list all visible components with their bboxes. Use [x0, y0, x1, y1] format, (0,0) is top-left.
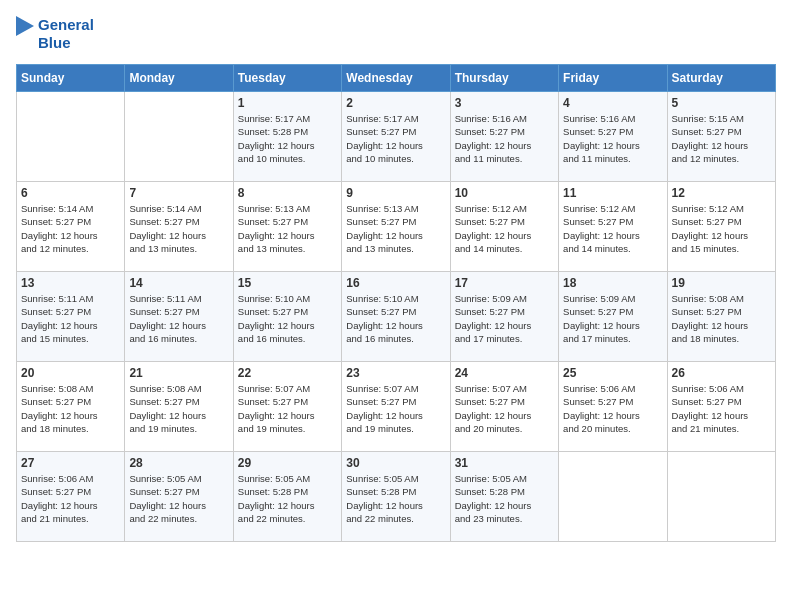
calendar-cell: 25Sunrise: 5:06 AMSunset: 5:27 PMDayligh… — [559, 362, 667, 452]
header-sunday: Sunday — [17, 65, 125, 92]
day-number: 18 — [563, 276, 662, 290]
day-number: 27 — [21, 456, 120, 470]
header-thursday: Thursday — [450, 65, 558, 92]
calendar-cell: 12Sunrise: 5:12 AMSunset: 5:27 PMDayligh… — [667, 182, 775, 272]
calendar-cell: 23Sunrise: 5:07 AMSunset: 5:27 PMDayligh… — [342, 362, 450, 452]
calendar-cell — [559, 452, 667, 542]
calendar-week-row: 1Sunrise: 5:17 AMSunset: 5:28 PMDaylight… — [17, 92, 776, 182]
logo-line1: General — [38, 16, 94, 34]
cell-details: Sunrise: 5:06 AMSunset: 5:27 PMDaylight:… — [21, 472, 120, 525]
day-number: 26 — [672, 366, 771, 380]
cell-details: Sunrise: 5:05 AMSunset: 5:28 PMDaylight:… — [346, 472, 445, 525]
logo-line2: Blue — [38, 34, 94, 52]
header-saturday: Saturday — [667, 65, 775, 92]
cell-details: Sunrise: 5:07 AMSunset: 5:27 PMDaylight:… — [346, 382, 445, 435]
day-number: 17 — [455, 276, 554, 290]
calendar-cell: 5Sunrise: 5:15 AMSunset: 5:27 PMDaylight… — [667, 92, 775, 182]
logo-triangle-icon — [16, 16, 34, 52]
calendar-cell: 3Sunrise: 5:16 AMSunset: 5:27 PMDaylight… — [450, 92, 558, 182]
day-number: 4 — [563, 96, 662, 110]
cell-details: Sunrise: 5:06 AMSunset: 5:27 PMDaylight:… — [672, 382, 771, 435]
day-number: 21 — [129, 366, 228, 380]
cell-details: Sunrise: 5:13 AMSunset: 5:27 PMDaylight:… — [346, 202, 445, 255]
cell-details: Sunrise: 5:05 AMSunset: 5:28 PMDaylight:… — [238, 472, 337, 525]
cell-details: Sunrise: 5:12 AMSunset: 5:27 PMDaylight:… — [455, 202, 554, 255]
cell-details: Sunrise: 5:07 AMSunset: 5:27 PMDaylight:… — [238, 382, 337, 435]
calendar-cell: 31Sunrise: 5:05 AMSunset: 5:28 PMDayligh… — [450, 452, 558, 542]
day-number: 2 — [346, 96, 445, 110]
page-header: General Blue — [16, 16, 776, 52]
calendar-cell: 11Sunrise: 5:12 AMSunset: 5:27 PMDayligh… — [559, 182, 667, 272]
calendar-cell: 10Sunrise: 5:12 AMSunset: 5:27 PMDayligh… — [450, 182, 558, 272]
calendar-cell — [17, 92, 125, 182]
cell-details: Sunrise: 5:11 AMSunset: 5:27 PMDaylight:… — [129, 292, 228, 345]
day-number: 23 — [346, 366, 445, 380]
header-friday: Friday — [559, 65, 667, 92]
day-number: 1 — [238, 96, 337, 110]
calendar-cell: 29Sunrise: 5:05 AMSunset: 5:28 PMDayligh… — [233, 452, 341, 542]
cell-details: Sunrise: 5:11 AMSunset: 5:27 PMDaylight:… — [21, 292, 120, 345]
calendar-week-row: 6Sunrise: 5:14 AMSunset: 5:27 PMDaylight… — [17, 182, 776, 272]
cell-details: Sunrise: 5:15 AMSunset: 5:27 PMDaylight:… — [672, 112, 771, 165]
day-number: 28 — [129, 456, 228, 470]
calendar-cell: 28Sunrise: 5:05 AMSunset: 5:27 PMDayligh… — [125, 452, 233, 542]
calendar-cell: 9Sunrise: 5:13 AMSunset: 5:27 PMDaylight… — [342, 182, 450, 272]
cell-details: Sunrise: 5:08 AMSunset: 5:27 PMDaylight:… — [21, 382, 120, 435]
calendar-cell: 21Sunrise: 5:08 AMSunset: 5:27 PMDayligh… — [125, 362, 233, 452]
day-number: 10 — [455, 186, 554, 200]
calendar-week-row: 13Sunrise: 5:11 AMSunset: 5:27 PMDayligh… — [17, 272, 776, 362]
calendar-cell: 2Sunrise: 5:17 AMSunset: 5:27 PMDaylight… — [342, 92, 450, 182]
calendar-week-row: 27Sunrise: 5:06 AMSunset: 5:27 PMDayligh… — [17, 452, 776, 542]
cell-details: Sunrise: 5:14 AMSunset: 5:27 PMDaylight:… — [21, 202, 120, 255]
calendar-cell: 6Sunrise: 5:14 AMSunset: 5:27 PMDaylight… — [17, 182, 125, 272]
header-tuesday: Tuesday — [233, 65, 341, 92]
cell-details: Sunrise: 5:10 AMSunset: 5:27 PMDaylight:… — [238, 292, 337, 345]
calendar-cell — [667, 452, 775, 542]
day-number: 8 — [238, 186, 337, 200]
calendar-cell: 27Sunrise: 5:06 AMSunset: 5:27 PMDayligh… — [17, 452, 125, 542]
day-number: 12 — [672, 186, 771, 200]
cell-details: Sunrise: 5:14 AMSunset: 5:27 PMDaylight:… — [129, 202, 228, 255]
calendar-cell: 15Sunrise: 5:10 AMSunset: 5:27 PMDayligh… — [233, 272, 341, 362]
cell-details: Sunrise: 5:12 AMSunset: 5:27 PMDaylight:… — [563, 202, 662, 255]
day-number: 5 — [672, 96, 771, 110]
calendar-cell: 22Sunrise: 5:07 AMSunset: 5:27 PMDayligh… — [233, 362, 341, 452]
logo-text: General Blue — [38, 16, 94, 52]
cell-details: Sunrise: 5:12 AMSunset: 5:27 PMDaylight:… — [672, 202, 771, 255]
calendar-cell: 17Sunrise: 5:09 AMSunset: 5:27 PMDayligh… — [450, 272, 558, 362]
calendar-cell — [125, 92, 233, 182]
day-number: 14 — [129, 276, 228, 290]
cell-details: Sunrise: 5:17 AMSunset: 5:27 PMDaylight:… — [346, 112, 445, 165]
cell-details: Sunrise: 5:16 AMSunset: 5:27 PMDaylight:… — [455, 112, 554, 165]
calendar-cell: 26Sunrise: 5:06 AMSunset: 5:27 PMDayligh… — [667, 362, 775, 452]
cell-details: Sunrise: 5:06 AMSunset: 5:27 PMDaylight:… — [563, 382, 662, 435]
calendar-cell: 19Sunrise: 5:08 AMSunset: 5:27 PMDayligh… — [667, 272, 775, 362]
day-number: 31 — [455, 456, 554, 470]
calendar-cell: 13Sunrise: 5:11 AMSunset: 5:27 PMDayligh… — [17, 272, 125, 362]
cell-details: Sunrise: 5:13 AMSunset: 5:27 PMDaylight:… — [238, 202, 337, 255]
svg-marker-0 — [16, 16, 34, 36]
calendar-cell: 16Sunrise: 5:10 AMSunset: 5:27 PMDayligh… — [342, 272, 450, 362]
header-wednesday: Wednesday — [342, 65, 450, 92]
day-number: 20 — [21, 366, 120, 380]
day-number: 15 — [238, 276, 337, 290]
calendar-cell: 8Sunrise: 5:13 AMSunset: 5:27 PMDaylight… — [233, 182, 341, 272]
day-number: 19 — [672, 276, 771, 290]
day-number: 24 — [455, 366, 554, 380]
cell-details: Sunrise: 5:07 AMSunset: 5:27 PMDaylight:… — [455, 382, 554, 435]
day-number: 9 — [346, 186, 445, 200]
day-number: 11 — [563, 186, 662, 200]
day-number: 7 — [129, 186, 228, 200]
logo: General Blue — [16, 16, 94, 52]
cell-details: Sunrise: 5:17 AMSunset: 5:28 PMDaylight:… — [238, 112, 337, 165]
cell-details: Sunrise: 5:10 AMSunset: 5:27 PMDaylight:… — [346, 292, 445, 345]
day-number: 30 — [346, 456, 445, 470]
calendar-cell: 14Sunrise: 5:11 AMSunset: 5:27 PMDayligh… — [125, 272, 233, 362]
day-number: 29 — [238, 456, 337, 470]
calendar-cell: 7Sunrise: 5:14 AMSunset: 5:27 PMDaylight… — [125, 182, 233, 272]
header-monday: Monday — [125, 65, 233, 92]
calendar-header-row: SundayMondayTuesdayWednesdayThursdayFrid… — [17, 65, 776, 92]
day-number: 13 — [21, 276, 120, 290]
cell-details: Sunrise: 5:09 AMSunset: 5:27 PMDaylight:… — [455, 292, 554, 345]
logo-wrapper: General Blue — [16, 16, 94, 52]
